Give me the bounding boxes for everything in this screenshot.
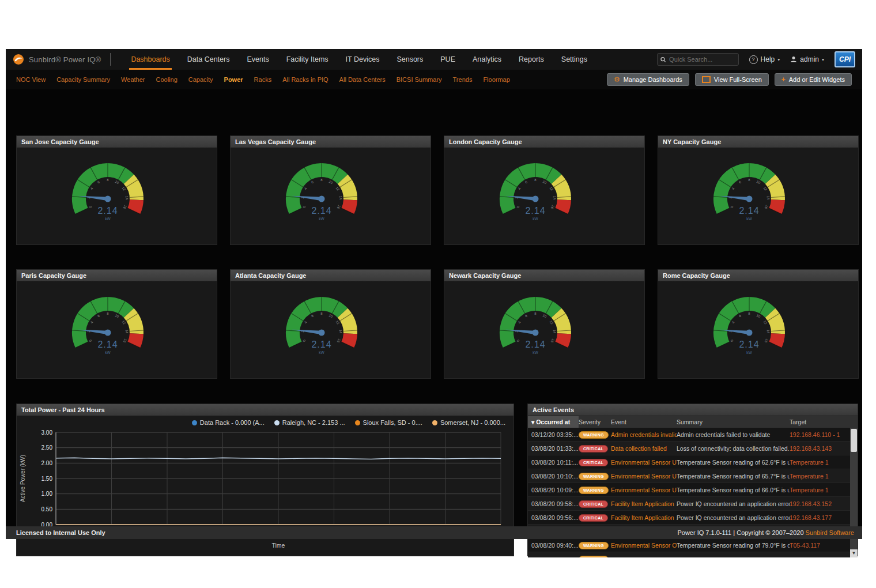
manage-dashboards-button[interactable]: ⚙Manage Dashboards — [607, 73, 689, 86]
tab-trends[interactable]: Trends — [453, 76, 473, 83]
column-header-event[interactable]: Event — [611, 416, 677, 428]
svg-text:6: 6 — [311, 314, 314, 318]
user-menu[interactable]: admin ▾ — [790, 55, 824, 63]
svg-text:6: 6 — [97, 180, 100, 184]
event-name-link[interactable]: Facility Item Application ... — [611, 500, 677, 507]
event-name-link[interactable]: Facility Item Application ... — [611, 514, 677, 521]
event-occurred-at: 03/08/20 10:10:... — [528, 473, 579, 480]
tab-racks[interactable]: Racks — [254, 76, 272, 83]
event-target-link[interactable]: 192.168.43.177 — [790, 514, 850, 521]
user-icon — [790, 56, 797, 63]
event-name-link[interactable]: Admin credentials invalid — [611, 431, 677, 438]
search-icon — [660, 56, 666, 63]
nav-analytics[interactable]: Analytics — [464, 49, 510, 70]
event-row[interactable]: 03/08/20 10:11:...CRITICALEnvironmental … — [528, 455, 858, 469]
severity-badge: CRITICAL — [579, 445, 608, 453]
event-name-link[interactable]: Environmental Sensor O... — [611, 542, 677, 549]
column-header-target[interactable]: Target — [790, 416, 850, 428]
event-row[interactable]: 03/08/20 01:33:...CRITICALData collectio… — [528, 442, 858, 455]
event-target-link[interactable]: 192.168.43.152 — [790, 500, 850, 507]
help-menu[interactable]: ? Help ▾ — [749, 55, 780, 64]
tab-capacity[interactable]: Capacity — [188, 76, 213, 83]
scrollbar-down-button[interactable]: ▼ — [850, 549, 858, 557]
svg-text:2.50: 2.50 — [41, 444, 53, 451]
nav-reports[interactable]: Reports — [510, 49, 553, 70]
legend-dot — [432, 420, 437, 425]
event-occurred-at: 03/08/20 09:58:... — [528, 500, 579, 507]
severity-badge: WARNING — [579, 542, 609, 549]
event-row[interactable]: 03/08/20 09:40:...WARNINGEnvironmental S… — [528, 538, 858, 552]
legend-data-rack[interactable]: Data Rack - 0.000 (A... — [192, 419, 265, 426]
tab-weather[interactable]: Weather — [121, 76, 145, 83]
event-target-link[interactable]: Temperature 1 — [790, 459, 850, 466]
column-header-severity[interactable]: Severity — [579, 416, 611, 428]
nav-facility-items[interactable]: Facility Items — [278, 49, 337, 70]
scrollbar-thumb[interactable] — [851, 429, 857, 452]
divider — [110, 53, 111, 66]
button-label: Add or Edit Widgets — [789, 76, 845, 83]
column-header-occurred-at[interactable]: ▾ Occurred at — [528, 416, 579, 428]
tab-power[interactable]: Power — [224, 76, 243, 83]
gauge-value: 2.14 — [525, 206, 545, 216]
svg-text:16: 16 — [550, 338, 556, 344]
event-target-link[interactable]: Temperature 1 — [790, 473, 850, 480]
nav-pue[interactable]: PUE — [432, 49, 464, 70]
event-row[interactable]: 03/08/20 09:56:...CRITICALFacility Item … — [528, 511, 858, 525]
tab-all-data-centers[interactable]: All Data Centers — [339, 76, 386, 83]
event-row[interactable]: 03/08/20 09:58:...CRITICALFacility Item … — [528, 497, 858, 511]
event-name-link[interactable]: Environmental Sensor U... — [611, 487, 677, 493]
view-full-screen-button[interactable]: View Full-Screen — [695, 73, 769, 86]
svg-text:12: 12 — [121, 186, 126, 191]
brand: Sunbird® Power IQ® — [6, 54, 101, 65]
severity-badge: CRITICAL — [579, 514, 608, 522]
gauge-value: 2.14 — [311, 340, 331, 349]
event-target-link[interactable]: 192.168.43.143 — [790, 445, 850, 452]
tab-floormap[interactable]: Floormap — [483, 76, 509, 83]
sunbird-software-link[interactable]: Sunbird Software — [806, 529, 854, 536]
tab-all-racks-in-piq[interactable]: All Racks in PIQ — [282, 76, 328, 83]
search-input[interactable] — [668, 55, 735, 63]
legend-sioux-falls-sd[interactable]: Sioux Falls, SD - 0.... — [355, 419, 422, 426]
gauge-title: Newark Capacity Gauge — [444, 270, 644, 282]
app-window: Sunbird® Power IQ® DashboardsData Center… — [6, 49, 862, 539]
svg-text:6: 6 — [738, 314, 742, 318]
search-box[interactable] — [657, 53, 739, 66]
legend-raleigh-nc[interactable]: Raleigh, NC - 2.153 ... — [274, 419, 345, 426]
svg-text:8: 8 — [320, 312, 323, 315]
cpi-logo: CPI — [835, 51, 855, 67]
widget-london-capacity-gauge: London Capacity Gauge02468101214162.14kW — [444, 135, 645, 245]
event-row[interactable]: WARNING — [528, 552, 858, 557]
svg-text:4: 4 — [304, 187, 308, 191]
svg-text:4: 4 — [304, 321, 308, 325]
svg-text:8: 8 — [107, 312, 109, 315]
event-target-link[interactable]: Temperature 1 — [790, 487, 850, 493]
nav-settings[interactable]: Settings — [553, 49, 596, 70]
tab-cooling[interactable]: Cooling — [156, 76, 177, 83]
event-name-link[interactable]: Data collection failed — [611, 445, 677, 452]
event-row[interactable]: 03/08/20 10:09:...WARNINGEnvironmental S… — [528, 483, 858, 497]
nav-sensors[interactable]: Sensors — [388, 49, 432, 70]
add-or-edit-widgets-button[interactable]: +Add or Edit Widgets — [775, 73, 852, 86]
widget-paris-capacity-gauge: Paris Capacity Gauge02468101214162.14kW — [16, 269, 217, 379]
sunbird-logo-icon — [13, 54, 24, 65]
event-name-link[interactable]: Environmental Sensor U... — [611, 473, 677, 480]
legend-somerset-nj[interactable]: Somerset, NJ - 0.000... — [432, 419, 505, 426]
event-target-link[interactable]: 192.168.46.110 - 1 — [790, 431, 850, 438]
capacity-gauge: 02468101214162.14kW — [658, 282, 858, 379]
nav-data-centers[interactable]: Data Centers — [179, 49, 239, 70]
event-row[interactable]: 03/08/20 10:10:...WARNINGEnvironmental S… — [528, 469, 858, 483]
event-summary: Loss of connectivity: data collection fa… — [677, 445, 790, 452]
tab-noc-view[interactable]: NOC View — [16, 76, 46, 83]
event-name-link[interactable]: Environmental Sensor U... — [611, 459, 677, 466]
widget-rome-capacity-gauge: Rome Capacity Gauge02468101214162.14kW — [658, 269, 859, 379]
event-occurred-at: 03/08/20 10:09:... — [528, 487, 579, 493]
nav-events[interactable]: Events — [238, 49, 277, 70]
tab-bicsi-summary[interactable]: BICSI Summary — [397, 76, 442, 83]
nav-it-devices[interactable]: IT Devices — [337, 49, 388, 70]
nav-dashboards[interactable]: Dashboards — [122, 49, 178, 70]
column-header-summary[interactable]: Summary — [677, 416, 790, 428]
event-row[interactable]: 03/12/20 03:35:...WARNINGAdmin credentia… — [528, 428, 858, 442]
svg-text:16: 16 — [123, 338, 128, 344]
tab-capacity-summary[interactable]: Capacity Summary — [56, 76, 110, 83]
event-target-link[interactable]: T05-43.117 — [790, 542, 850, 549]
